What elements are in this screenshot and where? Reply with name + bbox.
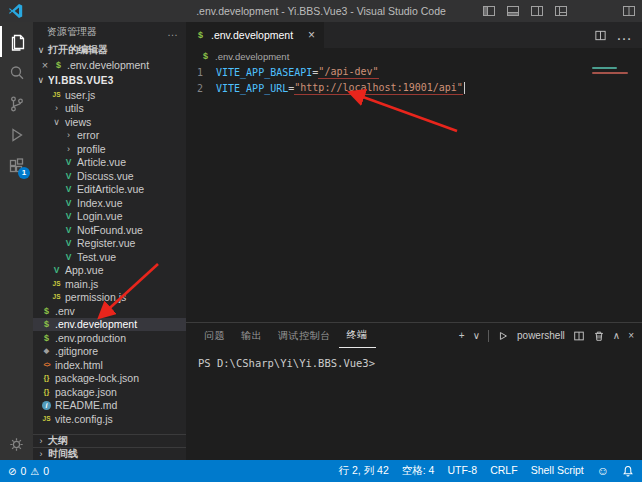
- tree-item-Test.vue[interactable]: VTest.vue: [33, 250, 186, 264]
- tree-item-permission.js[interactable]: JSpermission.js: [33, 291, 186, 305]
- maximize-panel-icon[interactable]: ∧: [613, 330, 620, 341]
- tree-item-package.json[interactable]: {}package.json: [33, 385, 186, 399]
- js-icon: JS: [51, 292, 62, 302]
- vue-icon: V: [63, 211, 74, 221]
- status-item-3[interactable]: UTF-8: [447, 464, 477, 478]
- bottom-panel: 问题输出调试控制台终端 + ∨ powershell ∧ × PS D:\CSh…: [186, 322, 642, 460]
- text-cursor: [464, 82, 465, 94]
- vue-icon: V: [51, 265, 62, 275]
- kill-terminal-trash-icon[interactable]: [593, 330, 605, 342]
- tree-item-views[interactable]: ∨views: [33, 115, 186, 129]
- outline-section[interactable]: › 大纲: [33, 434, 186, 447]
- chevron-right-icon: ›: [36, 436, 46, 446]
- tab-label: .env.development: [211, 29, 293, 41]
- tree-item-label: .gitignore: [55, 345, 98, 357]
- tree-item-.gitignore[interactable]: ◆.gitignore: [33, 345, 186, 359]
- explorer-icon[interactable]: [0, 26, 33, 57]
- tree-item-EditArticle.vue[interactable]: VEditArticle.vue: [33, 183, 186, 197]
- tree-item-.env.production[interactable]: $.env.production: [33, 331, 186, 345]
- tree-item-label: package-lock.json: [55, 372, 139, 384]
- tree-item-user.js[interactable]: JSuser.js: [33, 88, 186, 102]
- minimap[interactable]: [592, 67, 632, 77]
- open-editors-label: 打开的编辑器: [48, 43, 108, 57]
- status-bar: ⊘ 0 ⚠ 0 行 2, 列 42空格: 4UTF-8CRLFShell Scr…: [0, 460, 642, 482]
- breadcrumb[interactable]: $ .env.development: [186, 48, 642, 64]
- split-terminal-icon[interactable]: [573, 330, 585, 342]
- sidebar-more-actions-icon[interactable]: …: [167, 26, 178, 38]
- tree-item-Discuss.vue[interactable]: VDiscuss.vue: [33, 169, 186, 183]
- toggle-sidebar-icon[interactable]: [482, 4, 496, 18]
- editor-more-actions-icon[interactable]: …: [616, 26, 632, 44]
- open-editor-label: .env.development: [67, 59, 149, 71]
- tree-item-label: Discuss.vue: [77, 170, 134, 182]
- source-control-icon[interactable]: [0, 88, 33, 119]
- tree-item-.env[interactable]: $.env: [33, 304, 186, 318]
- terminal-shell-label[interactable]: powershell: [517, 330, 565, 341]
- customize-layout-icon[interactable]: [554, 4, 568, 18]
- status-item-1[interactable]: 行 2, 列 42: [339, 464, 389, 478]
- workspace-section[interactable]: ∨ YI.BBS.VUE3: [33, 72, 186, 88]
- code-line-2[interactable]: 2VITE_APP_URL="http://localhost:19001/ap…: [186, 80, 642, 96]
- status-item-4[interactable]: CRLF: [490, 464, 517, 478]
- open-editor-env-development[interactable]: × $ .env.development: [33, 58, 186, 72]
- tree-item-README.md[interactable]: iREADME.md: [33, 399, 186, 413]
- split-editor-layout-icon[interactable]: [622, 4, 636, 18]
- tab-close-icon[interactable]: ×: [308, 28, 315, 42]
- close-editor-icon[interactable]: ×: [40, 59, 50, 71]
- terminal-dropdown-icon[interactable]: ∨: [473, 330, 480, 341]
- line-number: 1: [186, 67, 216, 78]
- tree-item-NotFound.vue[interactable]: VNotFound.vue: [33, 223, 186, 237]
- tree-item-.env.development[interactable]: $.env.development: [33, 318, 186, 332]
- feedback-smiley-icon[interactable]: ☺: [597, 465, 609, 477]
- panel-tab-2[interactable]: 输出: [233, 323, 270, 348]
- tree-item-label: user.js: [65, 89, 95, 101]
- tree-item-label: EditArticle.vue: [77, 183, 144, 195]
- open-editors-section[interactable]: ∨ 打开的编辑器: [33, 42, 186, 58]
- shell-icon: $: [41, 319, 52, 329]
- tree-item-Login.vue[interactable]: VLogin.vue: [33, 210, 186, 224]
- tab-env-development[interactable]: $ .env.development ×: [186, 22, 324, 48]
- run-debug-icon[interactable]: [0, 119, 33, 150]
- warning-count: 0: [43, 465, 49, 477]
- tree-item-index.html[interactable]: <>index.html: [33, 358, 186, 372]
- notifications-bell-icon[interactable]: [622, 465, 634, 478]
- tree-item-Index.vue[interactable]: VIndex.vue: [33, 196, 186, 210]
- launch-profile-icon[interactable]: [497, 330, 509, 342]
- tree-item-utils[interactable]: ›utils: [33, 102, 186, 116]
- panel-tab-3[interactable]: 调试控制台: [270, 323, 339, 348]
- code-line-1[interactable]: 1VITE_APP_BASEAPI="/api-dev": [186, 64, 642, 80]
- tree-item-package-lock.json[interactable]: {}package-lock.json: [33, 372, 186, 386]
- minimap-line-2: [592, 72, 628, 74]
- settings-gear-icon[interactable]: [0, 435, 33, 454]
- chevron-right-icon: ›: [63, 144, 74, 154]
- tree-item-main.js[interactable]: JSmain.js: [33, 277, 186, 291]
- timeline-label: 时间线: [48, 447, 78, 461]
- new-terminal-icon[interactable]: +: [459, 330, 465, 341]
- terminal-output[interactable]: PS D:\CSharp\Yi\Yi.BBS.Vue3>: [186, 348, 642, 369]
- close-panel-icon[interactable]: ×: [628, 330, 634, 341]
- tree-item-error[interactable]: ›error: [33, 129, 186, 143]
- tree-item-Register.vue[interactable]: VRegister.vue: [33, 237, 186, 251]
- tree-item-App.vue[interactable]: VApp.vue: [33, 264, 186, 278]
- token-var: VITE_APP_URL: [216, 83, 288, 94]
- toggle-secondary-sidebar-icon[interactable]: [530, 4, 544, 18]
- search-icon[interactable]: [0, 57, 33, 88]
- toggle-panel-icon[interactable]: [506, 4, 520, 18]
- separator: [488, 330, 489, 342]
- chevron-right-icon: ›: [63, 130, 74, 140]
- panel-tab-4[interactable]: 终端: [339, 323, 376, 348]
- workspace-label: YI.BBS.VUE3: [48, 75, 114, 86]
- status-item-5[interactable]: Shell Script: [531, 464, 584, 478]
- tree-item-label: Register.vue: [77, 237, 135, 249]
- split-editor-icon[interactable]: [594, 29, 607, 42]
- timeline-section[interactable]: › 时间线: [33, 447, 186, 460]
- tree-item-label: package.json: [55, 386, 117, 398]
- status-item-2[interactable]: 空格: 4: [402, 464, 435, 478]
- tree-item-vite.config.js[interactable]: JSvite.config.js: [33, 412, 186, 426]
- tree-item-Article.vue[interactable]: VArticle.vue: [33, 156, 186, 170]
- problems-status[interactable]: ⊘ 0 ⚠ 0: [8, 465, 49, 477]
- tree-item-label: .env: [55, 305, 75, 317]
- tree-item-profile[interactable]: ›profile: [33, 142, 186, 156]
- extensions-icon[interactable]: 1: [0, 150, 33, 181]
- panel-tab-1[interactable]: 问题: [196, 323, 233, 348]
